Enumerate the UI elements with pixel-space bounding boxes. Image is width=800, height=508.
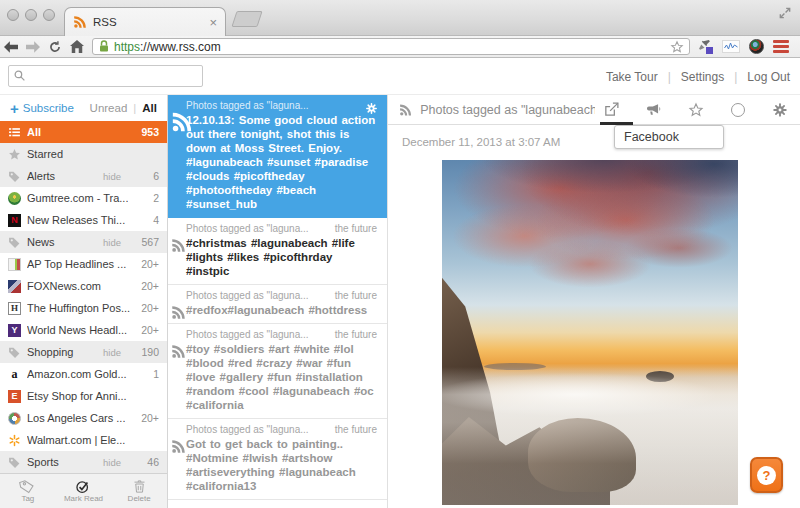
share-menu-facebook[interactable]: Facebook — [614, 125, 724, 149]
sidebar-item-foxnews[interactable]: FOXNews.com 20+ — [0, 275, 167, 297]
minimize-window-button[interactable] — [25, 9, 37, 21]
rss-icon — [171, 439, 186, 454]
hide-link[interactable]: hide — [103, 347, 121, 358]
feed-source: Photos tagged as "laguna... — [186, 100, 377, 111]
delete-button[interactable]: Delete — [111, 474, 167, 508]
tag-icon — [8, 346, 21, 359]
fullscreen-icon[interactable] — [778, 6, 792, 20]
star-icon[interactable] — [687, 101, 704, 118]
bookmark-star-icon[interactable] — [670, 40, 684, 54]
logout-link[interactable]: Log Out — [747, 70, 790, 84]
eyedropper-extension-icon[interactable] — [698, 39, 713, 54]
sidebar-item-world-news[interactable]: Y World News Headl... 20+ — [0, 319, 167, 341]
search-box — [8, 65, 203, 87]
account-links: Take Tour | Settings | Log Out — [606, 58, 790, 95]
filter-unread[interactable]: Unread — [90, 102, 128, 114]
tag-icon — [8, 170, 21, 183]
sidebar-item-walmart[interactable]: Walmart.com | Ele... — [0, 429, 167, 451]
reload-button[interactable] — [44, 40, 66, 54]
fox-favicon — [8, 280, 21, 293]
feed-source: Photos tagged as "laguna... — [186, 329, 327, 340]
sidebar-item-alerts[interactable]: Alerts hide 6 — [0, 165, 167, 187]
divider: | — [734, 70, 737, 84]
sidebar-item-sports[interactable]: Sports hide 46 — [0, 451, 167, 473]
camera-extension-icon[interactable] — [749, 39, 764, 54]
sidebar-item-label: Etsy Shop for Anni... — [27, 390, 127, 402]
sidebar: + Subscribe Unread | All All 953 — [0, 95, 168, 508]
feed-item[interactable]: Photos tagged as "laguna... the future #… — [168, 218, 387, 285]
waveform-extension-icon[interactable] — [722, 40, 740, 53]
url-text: https://www.rss.com — [114, 40, 666, 54]
reader-header: Photos tagged as "lagunabeach" on In — [388, 95, 800, 125]
tab-close-icon[interactable]: × — [209, 16, 217, 29]
sidebar-item-gumtree[interactable]: Gumtree.com - Tra... 2 — [0, 187, 167, 209]
check-circle-icon — [75, 479, 92, 494]
feed-source: Photos tagged as "laguna... — [186, 223, 327, 234]
feed-item-selected[interactable]: Photos tagged as "laguna... 12.10.13: So… — [168, 95, 387, 218]
sidebar-item-huffington[interactable]: H The Huffington Pos... 20+ — [0, 297, 167, 319]
filter-all[interactable]: All — [142, 102, 157, 114]
browser-window: RSS × https:// — [0, 0, 800, 508]
hide-link[interactable]: hide — [103, 457, 121, 468]
amazon-favicon: a — [8, 368, 21, 381]
tag-button[interactable]: Tag — [0, 474, 56, 508]
sidebar-item-news[interactable]: News hide 567 — [0, 231, 167, 253]
gear-icon[interactable] — [365, 102, 378, 115]
feed-item[interactable]: Photos tagged as "laguna... the future #… — [168, 285, 387, 324]
tag-icon — [8, 456, 21, 469]
subscribe-button[interactable]: + Subscribe — [10, 100, 74, 117]
sidebar-item-label: Amazon.com Gold... — [27, 368, 127, 380]
sidebar-item-label: AP Top Headlines ... — [27, 258, 126, 270]
sidebar-item-amazon[interactable]: a Amazon.com Gold... 1 — [0, 363, 167, 385]
divider: | — [133, 102, 136, 114]
close-window-button[interactable] — [7, 9, 19, 21]
feed-title: 12.10.13: Some good cloud action out the… — [186, 113, 377, 211]
sidebar-item-shopping[interactable]: Shopping hide 190 — [0, 341, 167, 363]
take-tour-link[interactable]: Take Tour — [606, 70, 658, 84]
rss-icon — [171, 305, 186, 320]
mark-read-button[interactable]: Mark Read — [56, 474, 112, 508]
url-bar[interactable]: https://www.rss.com — [92, 38, 690, 55]
search-input[interactable] — [8, 65, 203, 87]
sidebar-item-new-releases[interactable]: N New Releases Thi... 4 — [0, 209, 167, 231]
home-button[interactable] — [66, 40, 88, 53]
unread-count: 20+ — [141, 302, 159, 314]
rss-icon — [171, 111, 193, 133]
feed-source: Photos tagged as "laguna... — [186, 290, 327, 301]
new-tab-button[interactable] — [231, 11, 262, 27]
share-icon[interactable] — [603, 101, 620, 118]
back-button[interactable] — [0, 41, 22, 53]
question-mark-icon: ? — [757, 466, 776, 485]
browser-tab[interactable]: RSS × — [64, 7, 226, 36]
sidebar-item-label: The Huffington Pos... — [27, 302, 130, 314]
megaphone-icon[interactable] — [645, 101, 662, 118]
gear-icon[interactable] — [771, 101, 788, 118]
hide-link[interactable]: hide — [103, 171, 121, 182]
subscribe-bar: + Subscribe Unread | All — [0, 95, 167, 121]
yahoo-favicon: Y — [8, 324, 21, 337]
sidebar-item-label: Los Angeles Cars ... — [27, 412, 125, 424]
sidebar-item-starred[interactable]: Starred — [0, 143, 167, 165]
settings-link[interactable]: Settings — [681, 70, 724, 84]
unread-count: 953 — [141, 126, 159, 138]
maximize-window-button[interactable] — [43, 9, 55, 21]
feed-item[interactable]: Photos tagged as "laguna... the future G… — [168, 419, 387, 500]
sidebar-item-ap-headlines[interactable]: AP Top Headlines ... 20+ — [0, 253, 167, 275]
hide-link[interactable]: hide — [103, 237, 121, 248]
walmart-favicon — [8, 434, 21, 447]
sidebar-item-etsy[interactable]: E Etsy Shop for Anni... — [0, 385, 167, 407]
feed-item[interactable]: Photos tagged as "laguna... the future #… — [168, 324, 387, 419]
forward-button[interactable] — [22, 41, 44, 53]
browser-toolbar: https://www.rss.com — [0, 36, 800, 58]
ap-favicon — [8, 258, 21, 271]
sidebar-item-label: Walmart.com | Ele... — [27, 434, 125, 446]
help-button[interactable]: ? — [750, 457, 783, 493]
feed-title: Got to get back to painting.. #Notmine #… — [186, 437, 377, 493]
chrome-menu-icon[interactable] — [773, 40, 789, 53]
reader-panel: Photos tagged as "lagunabeach" on In — [388, 95, 800, 508]
sidebar-item-all[interactable]: All 953 — [0, 121, 167, 143]
unread-circle-icon[interactable] — [729, 101, 746, 118]
sidebar-item-la-cars[interactable]: Los Angeles Cars ... 20+ — [0, 407, 167, 429]
feed-category: the future — [335, 424, 377, 435]
url-scheme: https — [114, 40, 140, 54]
